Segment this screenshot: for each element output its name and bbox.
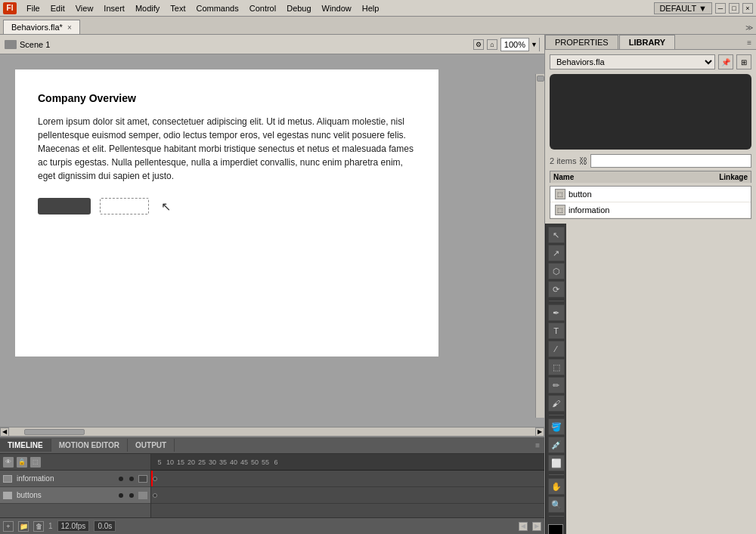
layer-dot3 xyxy=(119,493,123,498)
tool-pencil[interactable]: ✏ xyxy=(548,377,565,394)
col-name-header: Name xyxy=(553,173,702,181)
tool-zoom[interactable]: 🔍 xyxy=(548,496,565,513)
ruler-mark-55: 55 xyxy=(260,458,271,466)
tab-behaviors-fla[interactable]: Behaviors.fla* × xyxy=(3,20,80,34)
horizontal-scrollbar[interactable]: ◀ ▶ xyxy=(0,427,544,436)
item-count-label: 2 items xyxy=(550,156,576,165)
tool-inkbucket[interactable]: 🪣 xyxy=(548,418,565,435)
cursor-indicator: ↖ xyxy=(161,199,171,214)
vertical-scrollbar[interactable] xyxy=(535,74,544,418)
right-toolbar: ↖ ↗ ⬡ ⟳ ✒ T ∕ ⬚ ✏ 🖌 🪣 💉 ⬜ ✋ 🔍 ⊕ xyxy=(545,224,566,534)
scene-name: Scene 1 xyxy=(20,40,50,49)
color-swatch xyxy=(548,523,565,534)
tool-brush[interactable]: 🖌 xyxy=(548,395,565,412)
scroll-left-icon[interactable]: ◀ xyxy=(0,428,9,437)
tool-line[interactable]: ∕ xyxy=(548,341,565,357)
tl-scroll-left[interactable]: ◀ xyxy=(519,522,528,531)
tool-text[interactable]: T xyxy=(548,323,565,339)
workspace-selector[interactable]: DEFAULT ▼ xyxy=(654,2,712,14)
dark-button[interactable] xyxy=(38,198,91,215)
zoom-control[interactable]: 100% ▼ xyxy=(500,38,540,51)
left-panel: Scene 1 ⚙ ⌂ 100% ▼ Company Overview Lore… xyxy=(0,35,544,534)
tool-rect[interactable]: ⬚ xyxy=(548,359,565,375)
add-layer-btn[interactable]: + xyxy=(3,521,14,532)
tab-close-icon[interactable]: × xyxy=(67,23,72,32)
lib-item-button[interactable]: ⬚ button xyxy=(550,187,751,202)
timeline-frame-grid xyxy=(151,471,544,504)
menu-edit[interactable]: Edit xyxy=(45,2,70,14)
stage-icon-btn1[interactable]: ⚙ xyxy=(473,39,484,50)
tool-freeform[interactable]: ⟳ xyxy=(548,281,565,298)
toolbar-divider1 xyxy=(549,301,564,301)
timeline-body: 👁 🔒 ⬚ information buttons xyxy=(0,454,544,517)
timeline-tabs: TIMELINE MOTION EDITOR OUTPUT ≡ xyxy=(0,437,544,454)
menu-modify[interactable]: Modify xyxy=(130,2,165,14)
library-file-select[interactable]: Behaviors.fla xyxy=(550,54,715,69)
menu-window[interactable]: Window xyxy=(317,2,357,14)
lib-item-icon-information: ⬚ xyxy=(555,205,565,215)
tab-bar: Behaviors.fla* × ≫ xyxy=(0,17,756,35)
menu-insert[interactable]: Insert xyxy=(98,2,130,14)
layer-information[interactable]: information xyxy=(0,471,150,487)
zoom-dropdown-icon[interactable]: ▼ xyxy=(528,38,539,51)
stage-toolbar: Scene 1 ⚙ ⌂ 100% ▼ xyxy=(0,35,544,54)
ruler-mark-40: 40 xyxy=(228,458,239,466)
library-new-btn[interactable]: ⊞ xyxy=(736,54,751,69)
layer-dot4 xyxy=(129,493,134,498)
timeline-collapse-icon[interactable]: ≡ xyxy=(531,440,544,451)
tool-transform[interactable]: ⬡ xyxy=(548,263,565,279)
tab-motion-editor[interactable]: MOTION EDITOR xyxy=(51,439,128,452)
ruler-mark-45: 45 xyxy=(239,458,249,466)
outline-button[interactable] xyxy=(100,198,149,215)
keyframe-dot-btn xyxy=(153,493,157,498)
tool-subselect[interactable]: ↗ xyxy=(548,245,565,261)
library-items-list: ⬚ button ⬚ information xyxy=(550,186,751,219)
library-search-input[interactable] xyxy=(590,154,751,168)
layer-buttons[interactable]: buttons xyxy=(0,487,150,504)
tab-properties[interactable]: PROPERTIES xyxy=(545,35,618,49)
tool-hand[interactable]: ✋ xyxy=(548,478,565,495)
library-pin-btn[interactable]: 📌 xyxy=(718,54,733,69)
tab-timeline[interactable]: TIMELINE xyxy=(0,439,51,452)
tab-label: Behaviors.fla* xyxy=(11,23,63,32)
menu-control[interactable]: Control xyxy=(244,2,281,14)
stroke-color-box[interactable] xyxy=(548,524,563,534)
tool-eyedropper[interactable]: 💉 xyxy=(548,437,565,453)
workspace-arrow-icon: ▼ xyxy=(699,4,707,13)
panel-collapse-icon[interactable]: ≡ xyxy=(742,36,756,49)
stage-icon-btn2[interactable]: ⌂ xyxy=(487,39,497,50)
menu-help[interactable]: Help xyxy=(357,2,385,14)
ruler-mark-35: 35 xyxy=(218,458,228,466)
canvas-container[interactable]: Company Overview Lorem ipsum dolor sit a… xyxy=(0,54,544,427)
hscroll-thumb[interactable] xyxy=(24,429,85,435)
menu-commands[interactable]: Commands xyxy=(191,2,243,14)
scroll-right-icon[interactable]: ▶ xyxy=(535,428,544,437)
outline-icon: ⬚ xyxy=(30,457,41,468)
tool-eraser[interactable]: ⬜ xyxy=(548,455,565,471)
tool-select[interactable]: ↖ xyxy=(548,227,565,243)
close-button[interactable]: × xyxy=(742,3,753,14)
lib-item-information[interactable]: ⬚ information xyxy=(550,202,751,218)
layer-icon xyxy=(3,475,12,483)
timeline-frames: 5 10 15 20 25 30 35 40 45 50 55 6 xyxy=(151,454,544,517)
restore-button[interactable]: □ xyxy=(729,3,739,14)
menu-view[interactable]: View xyxy=(70,2,99,14)
tab-output[interactable]: OUTPUT xyxy=(128,439,175,452)
vscroll-thumb[interactable] xyxy=(537,76,544,82)
tab-library[interactable]: LIBRARY xyxy=(619,35,675,49)
layer-dot1 xyxy=(119,477,123,481)
menu-file[interactable]: File xyxy=(21,2,45,14)
menubar-right: DEFAULT ▼ ─ □ × xyxy=(654,2,753,14)
menu-text[interactable]: Text xyxy=(165,2,191,14)
layer-name-information: information xyxy=(17,474,114,483)
delete-layer-btn[interactable]: 🗑 xyxy=(33,521,44,532)
tl-scroll-right[interactable]: ▶ xyxy=(532,522,541,531)
library-table-header: Name Linkage xyxy=(550,171,751,183)
tool-pen[interactable]: ✒ xyxy=(548,304,565,321)
timeline-ruler: 5 10 15 20 25 30 35 40 45 50 55 6 xyxy=(151,454,544,471)
layer-frame-box2 xyxy=(138,492,147,499)
right-panel: PROPERTIES LIBRARY ≡ Behaviors.fla 📌 ⊞ 2… xyxy=(544,35,756,534)
menu-debug[interactable]: Debug xyxy=(281,2,316,14)
minimize-button[interactable]: ─ xyxy=(715,3,726,14)
add-folder-btn[interactable]: 📁 xyxy=(18,521,29,532)
